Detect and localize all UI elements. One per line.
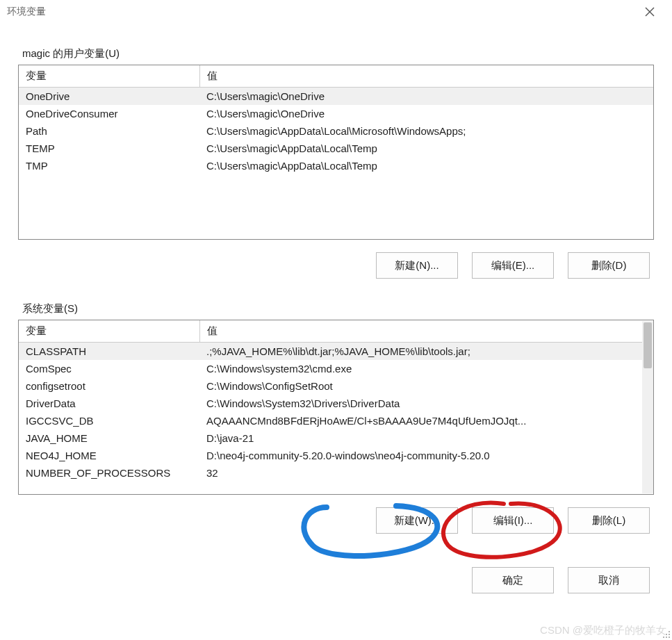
system-delete-button[interactable]: 删除(L) bbox=[568, 507, 650, 534]
user-cell-var: TMP bbox=[19, 157, 199, 174]
user-vars-buttons: 新建(N)... 编辑(E)... 删除(D) bbox=[18, 252, 650, 279]
system-row[interactable]: ComSpecC:\Windows\system32\cmd.exe bbox=[19, 360, 642, 377]
user-header-val[interactable]: 值 bbox=[199, 65, 653, 88]
system-cell-val: AQAAANCMnd8BFdERjHoAwE/Cl+sBAAAA9Ue7M4qU… bbox=[199, 412, 642, 429]
system-cell-val: D:\neo4j-community-5.20.0-windows\neo4j-… bbox=[199, 447, 642, 464]
system-row[interactable]: NEO4J_HOMED:\neo4j-community-5.20.0-wind… bbox=[19, 447, 642, 464]
system-header-var[interactable]: 变量 bbox=[19, 320, 199, 343]
user-row[interactable]: TEMPC:\Users\magic\AppData\Local\Temp bbox=[19, 140, 653, 157]
system-row[interactable]: IGCCSVC_DBAQAAANCMnd8BFdERjHoAwE/Cl+sBAA… bbox=[19, 412, 642, 429]
svg-point-6 bbox=[666, 637, 667, 638]
close-button[interactable] bbox=[634, 1, 665, 22]
watermark: CSDN @爱吃橙子的牧羊女 bbox=[540, 624, 666, 637]
system-cell-var: ComSpec bbox=[19, 360, 199, 377]
user-delete-button[interactable]: 删除(D) bbox=[568, 252, 650, 279]
system-vars-buttons: 新建(W)... 编辑(I)... 删除(L) bbox=[18, 507, 650, 534]
ok-button[interactable]: 确定 bbox=[472, 567, 554, 593]
user-cell-val: C:\Users\magic\OneDrive bbox=[199, 88, 653, 106]
user-edit-button[interactable]: 编辑(E)... bbox=[472, 252, 554, 279]
system-header-val[interactable]: 值 bbox=[199, 320, 642, 343]
system-row[interactable]: configsetrootC:\Windows\ConfigSetRoot bbox=[19, 377, 642, 395]
user-cell-var: Path bbox=[19, 122, 199, 140]
user-row[interactable]: OneDriveC:\Users\magic\OneDrive bbox=[19, 88, 653, 106]
window-title: 环境变量 bbox=[7, 6, 634, 18]
titlebar: 环境变量 bbox=[0, 0, 672, 24]
user-cell-val: C:\Users\magic\AppData\Local\Microsoft\W… bbox=[199, 122, 653, 140]
user-cell-val: C:\Users\magic\AppData\Local\Temp bbox=[199, 157, 653, 174]
system-cell-var: NEO4J_HOME bbox=[19, 447, 199, 464]
system-cell-val: D:\java-21 bbox=[199, 429, 642, 447]
system-cell-var: NUMBER_OF_PROCESSORS bbox=[19, 464, 199, 482]
system-row[interactable]: JAVA_HOMED:\java-21 bbox=[19, 429, 642, 447]
close-icon bbox=[645, 7, 655, 17]
system-cell-var: CLASSPATH bbox=[19, 343, 199, 361]
svg-point-3 bbox=[666, 634, 667, 635]
user-vars-label: magic 的用户变量(U) bbox=[22, 47, 650, 60]
user-row[interactable]: TMPC:\Users\magic\AppData\Local\Temp bbox=[19, 157, 653, 174]
svg-point-7 bbox=[669, 637, 670, 638]
system-cell-val: .;%JAVA_HOME%\lib\dt.jar;%JAVA_HOME%\lib… bbox=[199, 343, 642, 361]
scrollbar-thumb[interactable] bbox=[644, 322, 652, 368]
user-cell-var: OneDriveConsumer bbox=[19, 105, 199, 122]
system-row[interactable]: DriverDataC:\Windows\System32\Drivers\Dr… bbox=[19, 395, 642, 412]
system-cell-val: C:\Windows\ConfigSetRoot bbox=[199, 377, 642, 395]
system-cell-var: DriverData bbox=[19, 395, 199, 412]
user-row[interactable]: OneDriveConsumerC:\Users\magic\OneDrive bbox=[19, 105, 653, 122]
svg-point-4 bbox=[669, 634, 670, 635]
user-cell-val: C:\Users\magic\AppData\Local\Temp bbox=[199, 140, 653, 157]
system-cell-var: IGCCSVC_DB bbox=[19, 412, 199, 429]
user-header-var[interactable]: 变量 bbox=[19, 65, 199, 88]
user-cell-var: OneDrive bbox=[19, 88, 199, 106]
system-cell-var: configsetroot bbox=[19, 377, 199, 395]
system-scrollbar[interactable] bbox=[642, 321, 653, 493]
system-cell-val: C:\Windows\system32\cmd.exe bbox=[199, 360, 642, 377]
user-cell-val: C:\Users\magic\OneDrive bbox=[199, 105, 653, 122]
dialog-buttons: 确定 取消 bbox=[18, 567, 650, 593]
system-cell-val: 32 bbox=[199, 464, 642, 482]
system-vars-label: 系统变量(S) bbox=[22, 302, 650, 315]
resize-grip-icon[interactable] bbox=[661, 629, 671, 639]
user-vars-listbox[interactable]: 变量 值 OneDriveC:\Users\magic\OneDriveOneD… bbox=[18, 65, 654, 240]
user-cell-var: TEMP bbox=[19, 140, 199, 157]
system-cell-val: C:\Windows\System32\Drivers\DriverData bbox=[199, 395, 642, 412]
system-row[interactable]: NUMBER_OF_PROCESSORS32 bbox=[19, 464, 642, 482]
svg-point-2 bbox=[669, 631, 670, 632]
system-new-button[interactable]: 新建(W)... bbox=[376, 507, 458, 534]
user-row[interactable]: PathC:\Users\magic\AppData\Local\Microso… bbox=[19, 122, 653, 140]
cancel-button[interactable]: 取消 bbox=[568, 567, 650, 593]
system-cell-var: JAVA_HOME bbox=[19, 429, 199, 447]
svg-point-5 bbox=[663, 637, 664, 638]
system-row[interactable]: CLASSPATH.;%JAVA_HOME%\lib\dt.jar;%JAVA_… bbox=[19, 343, 642, 361]
system-edit-button[interactable]: 编辑(I)... bbox=[472, 507, 554, 534]
system-vars-listbox[interactable]: 变量 值 CLASSPATH.;%JAVA_HOME%\lib\dt.jar;%… bbox=[18, 320, 654, 495]
user-new-button[interactable]: 新建(N)... bbox=[376, 252, 458, 279]
